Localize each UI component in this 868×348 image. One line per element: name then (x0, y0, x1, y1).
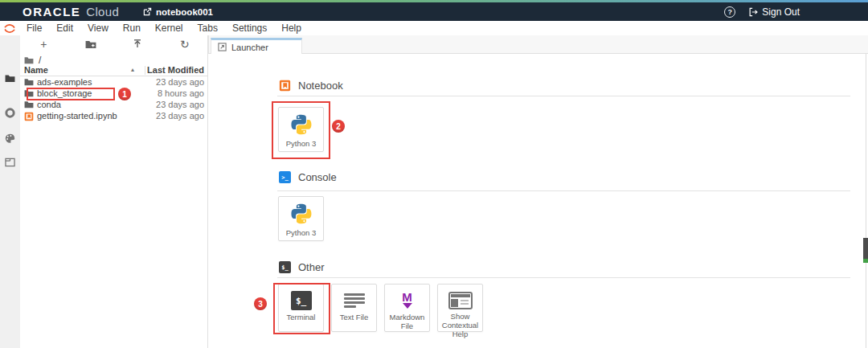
menu-file[interactable]: File (19, 23, 49, 34)
notebook-file-icon (24, 112, 34, 121)
oracle-cloud-topbar: ORACLE Cloud notebook001 ? Sign Out (0, 2, 868, 21)
section-header-notebook: Notebook (279, 80, 343, 92)
annotation-step-3: 3 (254, 297, 267, 310)
card-label: Text File (338, 313, 370, 322)
section-divider (277, 190, 850, 191)
python-logo-icon (289, 202, 313, 226)
scrollbar-track[interactable] (866, 54, 866, 348)
folder-icon (24, 56, 34, 64)
column-name[interactable]: Name (24, 65, 48, 75)
file-row-conda[interactable]: conda 23 days ago (20, 100, 208, 111)
notebook-app-logo-icon (0, 23, 19, 34)
folder-icon (24, 78, 34, 88)
oracle-logo: ORACLE (23, 5, 80, 18)
file-browser-panel: + ↻ / Name ▴ Last Modified ads-examples … (20, 35, 208, 348)
notebook-instance-link[interactable]: notebook001 (143, 7, 213, 17)
file-modified: 23 days ago (156, 77, 204, 87)
markdown-icon: M (397, 289, 418, 310)
scrollbar-thumb[interactable] (863, 238, 868, 259)
upload-button[interactable] (130, 37, 145, 51)
sign-out-icon (748, 7, 758, 17)
section-title: Other (298, 261, 325, 273)
external-link-icon (143, 7, 152, 16)
menu-settings[interactable]: Settings (225, 23, 274, 34)
file-modified: 23 days ago (156, 111, 204, 121)
menu-kernel[interactable]: Kernel (148, 23, 190, 34)
breadcrumb-root: / (39, 55, 41, 66)
file-name: conda (37, 100, 61, 109)
refresh-button[interactable]: ↻ (178, 37, 192, 51)
menu-run[interactable]: Run (116, 23, 148, 34)
column-last-modified[interactable]: Last Modified (147, 65, 204, 75)
menu-view[interactable]: View (80, 23, 116, 34)
instance-name: notebook001 (156, 7, 213, 17)
annotation-box-terminal (273, 283, 330, 334)
annotation-step-1: 1 (118, 88, 131, 100)
section-divider (277, 277, 850, 278)
tab-launcher[interactable]: Launcher (211, 38, 302, 54)
command-palette-icon[interactable] (5, 133, 15, 143)
file-browser-toolbar: + ↻ (20, 35, 208, 53)
new-launcher-button[interactable]: + (36, 37, 51, 51)
app-window: ORACLE Cloud notebook001 ? Sign Out (0, 0, 868, 348)
folder-icon (24, 100, 34, 110)
help-icon[interactable]: ? (724, 6, 735, 18)
section-title: Console (298, 171, 337, 183)
file-modified: 23 days ago (156, 100, 204, 109)
launcher-tab-icon (218, 43, 227, 51)
new-folder-button[interactable] (84, 37, 98, 51)
terminal-section-icon: $_ (279, 261, 291, 273)
file-row-getting-started[interactable]: getting-started.ipynb 23 days ago (20, 111, 208, 122)
text-file-icon (344, 291, 365, 310)
file-browser-icon[interactable] (5, 73, 15, 84)
annotation-box-block-storage (27, 88, 115, 100)
column-divider (145, 66, 145, 75)
section-header-other: $_ Other (279, 261, 325, 273)
sign-out-label: Sign Out (762, 6, 800, 18)
annotation-step-2: 2 (332, 120, 345, 133)
launcher-tab-label: Launcher (231, 43, 268, 52)
section-divider (277, 96, 850, 96)
menu-tabs[interactable]: Tabs (190, 23, 225, 34)
card-label: Markdown File (385, 313, 429, 331)
running-kernels-icon[interactable] (5, 108, 15, 118)
card-label: Show Contextual Help (438, 313, 482, 339)
card-label: Python 3 (285, 229, 318, 238)
sort-ascending-icon: ▴ (131, 66, 134, 73)
file-modified: 8 hours ago (158, 88, 204, 98)
left-activity-bar (0, 35, 20, 348)
cloud-wordmark: Cloud (86, 5, 119, 18)
sign-out-button[interactable]: Sign Out (748, 6, 800, 18)
annotation-box-notebook-python3 (272, 101, 330, 159)
file-row-ads-examples[interactable]: ads-examples 23 days ago (20, 77, 208, 88)
file-name: getting-started.ipynb (37, 111, 117, 121)
menu-bar: File Edit View Run Kernel Tabs Settings … (0, 21, 868, 35)
file-list-header: Name ▴ Last Modified (20, 65, 208, 76)
launcher-card-markdown-file[interactable]: M Markdown File (384, 284, 430, 332)
menu-edit[interactable]: Edit (49, 23, 80, 34)
main-tab-bar (208, 35, 868, 54)
contextual-help-icon (448, 292, 473, 309)
launcher-card-console-python3[interactable]: Python 3 (278, 196, 324, 241)
open-tabs-icon[interactable] (5, 157, 15, 167)
console-section-icon: >_ (279, 171, 291, 183)
file-name: ads-examples (37, 77, 92, 87)
scrollbar-position-marker (863, 259, 868, 263)
launcher-card-contextual-help[interactable]: Show Contextual Help (437, 284, 483, 332)
breadcrumb[interactable]: / (24, 54, 41, 66)
launcher-card-text-file[interactable]: Text File (331, 284, 377, 332)
notebook-section-icon (279, 80, 291, 92)
section-title: Notebook (298, 80, 343, 92)
section-header-console: >_ Console (279, 171, 337, 183)
menu-help[interactable]: Help (274, 23, 309, 34)
